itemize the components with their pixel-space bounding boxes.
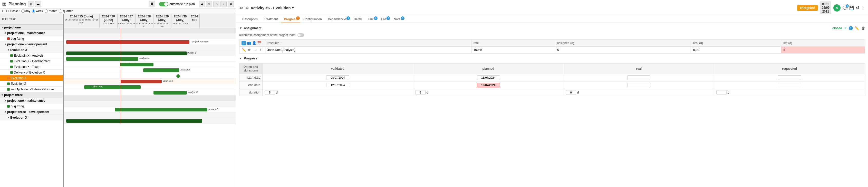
scale-week-radio[interactable] bbox=[32, 9, 35, 13]
collapse-icon[interactable]: ▼ bbox=[4, 110, 7, 113]
sort-btn[interactable]: ↕ bbox=[220, 1, 227, 7]
filter2-btn[interactable]: ≡ bbox=[213, 1, 219, 7]
scale-quarter-radio[interactable] bbox=[59, 9, 62, 13]
collapse-icon[interactable]: ▼ bbox=[1, 26, 4, 29]
tab-files[interactable]: Files 0 bbox=[378, 16, 391, 23]
task-bar[interactable] bbox=[66, 57, 138, 61]
collapse-icon[interactable]: ▼ bbox=[4, 43, 7, 46]
calendar-icon[interactable]: 📅 bbox=[257, 41, 261, 45]
icon-save[interactable]: 💾 bbox=[849, 5, 855, 10]
task-bar[interactable] bbox=[115, 108, 207, 111]
duration-planned-input[interactable] bbox=[415, 90, 426, 95]
scale-month-radio[interactable] bbox=[45, 9, 48, 13]
icon-refresh[interactable]: ↺ bbox=[856, 5, 859, 10]
tab-configuration[interactable]: Configuration bbox=[300, 16, 325, 23]
list-item[interactable]: ▼ project one - developement bbox=[0, 41, 63, 47]
auto-run-toggle[interactable] bbox=[159, 2, 168, 6]
left-icons: ⊞ ⊟ bbox=[2, 17, 7, 21]
list-item[interactable]: ▼ project one - maintenance bbox=[0, 98, 63, 104]
monitor-btn[interactable]: 🖥 bbox=[228, 1, 234, 7]
duration-requested-input[interactable] bbox=[716, 90, 726, 95]
tab-detail[interactable]: Detail bbox=[350, 16, 365, 23]
checkbox-icon: ☐ bbox=[2, 9, 5, 13]
task-label: Evolution X bbox=[10, 48, 27, 52]
duration-real-input[interactable] bbox=[566, 90, 576, 95]
list-item-evolution-y[interactable]: Evolution Y bbox=[0, 75, 63, 81]
calculator-btn[interactable]: 🖩 bbox=[149, 1, 155, 7]
task-bar[interactable] bbox=[66, 40, 189, 44]
list-item[interactable]: Evolutoin X - Analysis bbox=[0, 53, 63, 59]
list-item[interactable]: ▼ Evolution X bbox=[0, 115, 63, 120]
people-icon[interactable]: 👥 bbox=[247, 41, 251, 45]
edit-icon[interactable]: ✏️ bbox=[855, 26, 859, 30]
list-item[interactable]: Evolution Z bbox=[0, 81, 63, 86]
list-item[interactable]: Delivery of Evolution X bbox=[0, 70, 63, 75]
assignment-collapse-icon[interactable]: ▼ bbox=[239, 26, 242, 30]
collapse-icon[interactable]: ▼ bbox=[7, 116, 10, 119]
col-real-header: real (d) bbox=[691, 40, 781, 47]
start-planned-input[interactable] bbox=[477, 75, 500, 80]
scale-month-label[interactable]: month bbox=[45, 9, 57, 13]
end-real-input[interactable] bbox=[627, 83, 650, 87]
view-toggle-btn[interactable]: ⊞ bbox=[28, 1, 34, 7]
task-bar[interactable] bbox=[66, 51, 187, 55]
scale-day-radio[interactable] bbox=[21, 9, 25, 13]
tab-links[interactable]: Links 0 bbox=[365, 16, 378, 23]
scale-day-label[interactable]: day bbox=[21, 9, 30, 13]
tab-dependencies[interactable]: Dependencies 1 bbox=[325, 16, 351, 23]
info-row-btn[interactable]: ℹ bbox=[258, 48, 263, 52]
task-bar[interactable] bbox=[120, 63, 153, 66]
list-item[interactable]: bug fixing bbox=[0, 104, 63, 109]
list-item[interactable]: Evolution X - Development bbox=[0, 59, 63, 64]
list-item[interactable]: ▼ project three bbox=[0, 92, 63, 98]
share-btn[interactable]: ⇄ bbox=[199, 1, 205, 7]
end-validated-input[interactable] bbox=[326, 83, 349, 87]
auto-assign-toggle[interactable] bbox=[298, 33, 304, 37]
tab-progress[interactable]: Progress 1 bbox=[281, 16, 300, 23]
end-planned-input[interactable] bbox=[477, 83, 500, 87]
icon-chat[interactable]: 💬 0 bbox=[843, 5, 848, 10]
task-bar[interactable] bbox=[143, 68, 179, 72]
task-label: Evolution X - Tests bbox=[14, 65, 39, 69]
arrow-row-btn[interactable]: → bbox=[253, 48, 257, 52]
icon-more[interactable]: ⋮ bbox=[861, 5, 865, 10]
progress-collapse-icon[interactable]: ▼ bbox=[239, 57, 242, 60]
delete-row-btn[interactable]: 🗑 bbox=[247, 48, 252, 52]
panel-collapse-icon[interactable]: ≫ bbox=[239, 5, 244, 10]
duration-requested-unit: d bbox=[727, 91, 730, 94]
auto-run-section: automatic run plan bbox=[159, 2, 195, 6]
start-real-input[interactable] bbox=[627, 75, 650, 80]
task-bar[interactable] bbox=[66, 119, 202, 123]
gantt-view-btn[interactable]: ▬ bbox=[35, 1, 41, 7]
start-requested-input[interactable] bbox=[778, 75, 801, 80]
tab-notes[interactable]: Notes 0 bbox=[391, 16, 405, 23]
task-bar[interactable] bbox=[153, 91, 187, 95]
tab-description[interactable]: Description bbox=[239, 16, 261, 23]
add-row-button[interactable]: + bbox=[242, 41, 246, 45]
gantt-row: analyst B bbox=[64, 67, 236, 73]
scale-week-label[interactable]: week bbox=[32, 9, 43, 13]
start-validated-input[interactable] bbox=[326, 75, 349, 80]
task-bar-evolution-y[interactable] bbox=[121, 80, 162, 83]
list-item[interactable]: ▼ Evolution X bbox=[0, 47, 63, 53]
collapse-icon[interactable]: ▼ bbox=[4, 99, 7, 102]
collapse-icon[interactable]: ▼ bbox=[7, 48, 10, 51]
scale-quarter-label[interactable]: quarter bbox=[59, 9, 73, 13]
edit-row-btn[interactable]: ✏️ bbox=[242, 48, 246, 52]
list-item[interactable]: bug fixing bbox=[0, 36, 63, 41]
trash-icon[interactable]: 🗑 bbox=[861, 26, 865, 30]
person-icon[interactable]: 👤 bbox=[252, 41, 256, 45]
list-item[interactable]: Evolution X - Tests bbox=[0, 64, 63, 70]
enregistre-button[interactable]: enregistré bbox=[797, 5, 818, 11]
list-item[interactable]: ▼ project one - maintenance bbox=[0, 30, 63, 36]
filter-btn[interactable]: ▽ bbox=[206, 1, 212, 7]
list-item[interactable]: ▼ project three - developement bbox=[0, 109, 63, 115]
end-requested-input[interactable] bbox=[778, 83, 801, 87]
list-item[interactable]: ▼ project one bbox=[0, 25, 63, 30]
tab-treatment[interactable]: Treatment bbox=[261, 16, 281, 23]
list-item[interactable]: Web Application V1 - Main test session bbox=[0, 86, 63, 92]
assignment-status: closed ✓ 1 ✏️ 🗑 bbox=[832, 26, 865, 30]
collapse-icon[interactable]: ▼ bbox=[1, 94, 4, 96]
collapse-icon[interactable]: ▼ bbox=[4, 32, 7, 34]
duration-validated-input[interactable] bbox=[265, 90, 275, 95]
